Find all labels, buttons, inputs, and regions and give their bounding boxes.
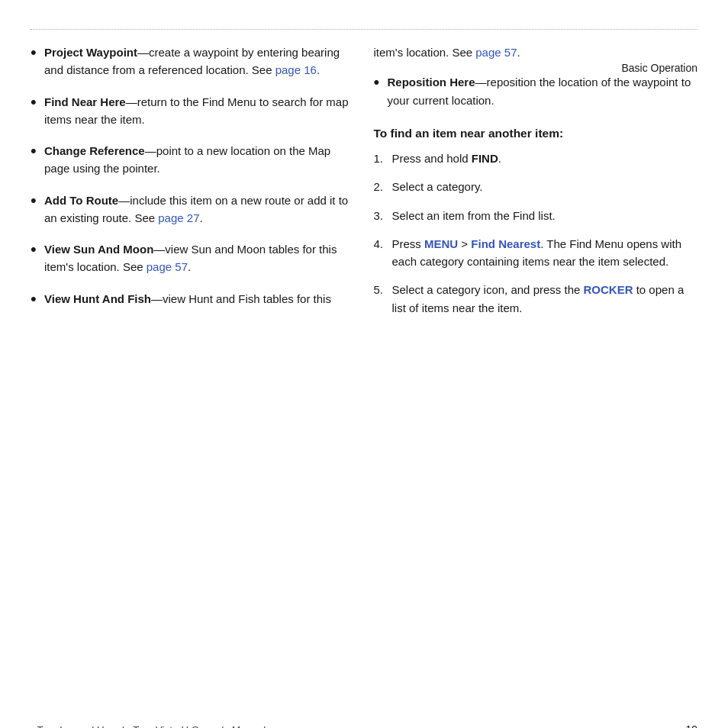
term-label: Change Reference	[44, 144, 145, 157]
keyword-menu: MENU	[424, 237, 458, 250]
content-area: • Project Waypoint—create a waypoint by …	[0, 43, 728, 327]
term-label: View Sun And Moon	[44, 243, 153, 256]
bullet-text: View Sun And Moon—view Sun and Moon tabl…	[44, 240, 351, 276]
list-item: 4. Press MENU > Find Nearest. The Find M…	[374, 235, 694, 271]
step-text: Select an item from the Find list.	[392, 207, 694, 224]
right-column: item's location. See page 57. • Repositi…	[374, 43, 694, 327]
numbered-steps: 1. Press and hold FIND. 2. Select a cate…	[374, 150, 694, 317]
step-text: Press MENU > Find Nearest. The Find Menu…	[392, 235, 694, 271]
step-number: 1.	[374, 150, 392, 167]
list-item: 5. Select a category icon, and press the…	[374, 281, 694, 317]
list-item: • View Hunt And Fish—view Hunt and Fish …	[31, 290, 351, 309]
bullet-dot: •	[31, 289, 44, 309]
list-item: 2. Select a category.	[374, 178, 694, 195]
term-label: Project Waypoint	[44, 46, 137, 59]
term-label: View Hunt And Fish	[44, 292, 151, 305]
step-text: Select a category icon, and press the RO…	[392, 281, 694, 317]
step-number: 3.	[374, 207, 392, 224]
left-bullet-list: • Project Waypoint—create a waypoint by …	[31, 43, 351, 309]
continuation-text: item's location. See page 57.	[374, 43, 694, 61]
bullet-dot: •	[31, 240, 44, 259]
right-bullet-list: • Reposition Here—reposition the locatio…	[374, 73, 694, 109]
step-text: Select a category.	[392, 178, 694, 195]
header-rule	[31, 29, 697, 30]
term-label: Add To Route	[44, 194, 118, 207]
bullet-text: View Hunt And Fish—view Hunt and Fish ta…	[44, 290, 351, 308]
page-link[interactable]: page 16	[275, 63, 317, 76]
list-item: • Change Reference—point to a new locati…	[31, 142, 351, 178]
page-link[interactable]: page 27	[158, 211, 199, 224]
bullet-text: Reposition Here—reposition the location …	[388, 73, 694, 109]
bullet-text: Project Waypoint—create a waypoint by en…	[44, 43, 351, 79]
bullet-text: Find Near Here—return to the Find Menu t…	[44, 93, 351, 129]
page-container: Basic Operation • Project Waypoint—creat…	[0, 29, 728, 728]
bullet-dot: •	[31, 141, 44, 161]
list-item: • Add To Route—include this item on a ne…	[31, 192, 351, 227]
section-heading: To find an item near another item:	[374, 124, 694, 142]
bullet-dot: •	[31, 92, 44, 112]
page-link[interactable]: page 57	[475, 46, 517, 59]
footer: eTrex Legend H and eTrex Vista H Owner's…	[0, 723, 728, 728]
bold-keyword: FIND	[472, 152, 498, 165]
bullet-dot: •	[374, 72, 388, 92]
list-item: • Project Waypoint—create a waypoint by …	[31, 43, 351, 79]
bullet-text: Add To Route—include this item on a new …	[44, 192, 351, 227]
keyword-rocker: ROCKER	[584, 283, 633, 296]
step-number: 2.	[374, 178, 392, 195]
header-title: Basic Operation	[621, 62, 697, 74]
term-label: Find Near Here	[44, 95, 126, 108]
bullet-dot: •	[31, 43, 44, 63]
step-number: 4.	[374, 235, 392, 253]
step-number: 5.	[374, 281, 392, 298]
list-item: • Reposition Here—reposition the locatio…	[374, 73, 694, 109]
step-text: Press and hold FIND.	[392, 150, 694, 167]
footer-manual-title: eTrex Legend H and eTrex Vista H Owner's…	[31, 724, 265, 729]
keyword-find-nearest: Find Nearest	[471, 237, 540, 250]
term-label: Reposition Here	[388, 76, 475, 89]
list-item: 3. Select an item from the Find list.	[374, 207, 694, 224]
left-column: • Project Waypoint—create a waypoint by …	[31, 43, 351, 327]
footer-page-number: 19	[685, 723, 697, 728]
list-item: • View Sun And Moon—view Sun and Moon ta…	[31, 240, 351, 276]
bullet-text: Change Reference—point to a new location…	[44, 142, 351, 178]
page-link[interactable]: page 57	[147, 260, 188, 273]
list-item: 1. Press and hold FIND.	[374, 150, 694, 167]
bullet-dot: •	[31, 191, 44, 211]
list-item: • Find Near Here—return to the Find Menu…	[31, 93, 351, 129]
